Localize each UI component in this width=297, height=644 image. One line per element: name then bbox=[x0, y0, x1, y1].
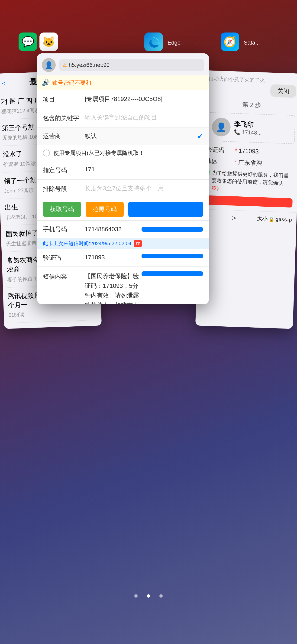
keyword-input[interactable]: 输入关键字过滤自己的项目 bbox=[85, 114, 157, 122]
contact-name: 李飞印 bbox=[234, 120, 262, 130]
carrier-label: 运营商 bbox=[43, 132, 85, 140]
app-icons-row: 💬 🐱 Edge 🧭 Safa... bbox=[0, 32, 297, 51]
safari-browser-card: 自动火面小及了火的了火 关闭 第 2 步 👤 李飞印 📞 17148... bbox=[195, 70, 297, 329]
hint-text: 此卡上次来短信时间:2024/9/5 22:02:04 bbox=[43, 240, 132, 247]
project-label: 项目 bbox=[43, 95, 85, 104]
warning-audio-icon: 🔊 bbox=[42, 79, 50, 86]
safari-region-value: 广东省深 bbox=[238, 158, 263, 168]
carrier-row: 运营商 默认 ✔ bbox=[37, 128, 209, 145]
safari-top-text: 自动火面小及了火的了火 bbox=[208, 75, 274, 84]
contact-info: 李飞印 📞 17148... bbox=[234, 120, 262, 136]
radio-circle[interactable] bbox=[43, 150, 50, 156]
url-warning-icon: ⚠ bbox=[63, 62, 67, 68]
safari-bottom-bar: ＜ ＞ 大小 🔒 gass-p bbox=[199, 209, 297, 228]
policy-link[interactable]: 策》 bbox=[211, 185, 222, 192]
assigned-num-label: 指定号码 bbox=[43, 166, 85, 174]
exclude-row: 排除号段 长度为3至7位且支持多个，用 bbox=[37, 180, 209, 198]
contact-phone-number: 17148... bbox=[242, 129, 262, 136]
blacklist-button[interactable]: 拉黑号码 bbox=[86, 202, 124, 217]
safari-region-row: 地区 * 广东省深 bbox=[206, 157, 294, 168]
browser-url-bar[interactable]: ⚠ h5.yezi66.net:90 bbox=[59, 59, 204, 71]
verif-code-label: 验证码 bbox=[43, 254, 85, 262]
safari-app-group: 🧭 Safa... bbox=[221, 32, 260, 51]
phone-label: 手机号码 bbox=[43, 225, 85, 233]
step-indicator: 第 2 步 bbox=[208, 99, 296, 110]
verif-submit-button[interactable] bbox=[142, 254, 203, 258]
sms-content-row: 短信内容 【国民养老保险】验证码：171093，5分钟内有效，请勿泄露给其他人，… bbox=[37, 267, 209, 304]
keyword-label: 包含的关键字 bbox=[43, 114, 85, 122]
action-button-row: 获取号码 拉黑号码 bbox=[37, 198, 209, 220]
back-arrow-icon[interactable]: ＜ bbox=[0, 79, 7, 88]
url-text: h5.yezi66.net:90 bbox=[69, 62, 109, 68]
policy-text-main: 为了给您提供更好的服务，我们需要收集您的使用痕迹，请您确认 bbox=[212, 170, 289, 186]
page-dot-1 bbox=[134, 594, 138, 598]
safari-region-label: 地区 bbox=[206, 157, 234, 166]
edge-icon[interactable] bbox=[144, 32, 163, 51]
contact-phone: 📞 17148... bbox=[234, 128, 262, 136]
get-code-button[interactable]: 获取号码 bbox=[43, 202, 81, 217]
safari-close-button[interactable]: 关闭 bbox=[270, 84, 297, 98]
hint-tag: 虚 bbox=[134, 240, 142, 247]
radio-label: 使用专属项目(从已对接专属随机取！ bbox=[53, 149, 144, 157]
safari-verif-value: 171093 bbox=[239, 147, 259, 155]
sms-value: 【国民养老保险】验证码：171093，5分钟内有效，请勿泄露给其他人，如非本人操 bbox=[85, 272, 142, 304]
safari-header: 自动火面小及了火的了火 关闭 bbox=[204, 70, 297, 90]
phone-row: 手机号码 17148864032 bbox=[37, 220, 209, 238]
radio-row[interactable]: 使用专属项目(从已对接专属随机取！ bbox=[37, 145, 209, 161]
page-dot-2 bbox=[147, 594, 150, 598]
sms-button[interactable] bbox=[142, 272, 203, 276]
browser-form-section: 🔊 账号密码不要和 项目 [专属项目781922----0JC5O8] 包含的关… bbox=[37, 76, 209, 304]
safari-region-required: * bbox=[235, 159, 237, 166]
edge-browser-card: 👤 ⚠ h5.yezi66.net:90 🔊 账号密码不要和 项目 [专属项目7… bbox=[37, 54, 209, 304]
safari-icon[interactable]: 🧭 bbox=[221, 32, 239, 51]
exclude-label: 排除号段 bbox=[43, 184, 85, 193]
phone-submit-button[interactable] bbox=[142, 227, 203, 232]
safari-app-label: Safa... bbox=[244, 40, 260, 46]
safari-policy-row: ✓ 为了给您提供更好的服务，我们需要收集您的使用痕迹，请您确认 策》 bbox=[205, 169, 294, 195]
safari-verif-label: 验证码 bbox=[206, 146, 234, 154]
safari-verif-required: * bbox=[235, 147, 238, 154]
safari-forward-arrow[interactable]: ＞ bbox=[230, 213, 238, 223]
phone-value: 17148864032 bbox=[85, 226, 142, 233]
phone-hint-bar: 此卡上次来短信时间:2024/9/5 22:02:04 虚 bbox=[37, 238, 209, 249]
browser-avatar: 👤 bbox=[42, 58, 56, 72]
safari-content: 第 2 步 👤 李飞印 📞 17148... 验证码 * 171093 bbox=[199, 95, 297, 212]
left-app-icons: 💬 🐱 bbox=[18, 32, 58, 51]
safari-domain-text: 大小 bbox=[257, 215, 267, 223]
edge-app-group: Edge bbox=[144, 32, 181, 51]
contact-avatar: 👤 bbox=[212, 118, 231, 137]
warning-bar: 🔊 账号密码不要和 bbox=[37, 76, 209, 90]
policy-text: 为了给您提供更好的服务，我们需要收集您的使用痕迹，请您确认 策》 bbox=[211, 169, 294, 195]
verif-code-row: 验证码 171093 bbox=[37, 249, 209, 267]
safari-verif-row: 验证码 * 171093 bbox=[206, 146, 295, 157]
verif-code-value: 171093 bbox=[85, 254, 142, 261]
project-row: 项目 [专属项目781922----0JC5O8] bbox=[37, 90, 209, 109]
exclude-input[interactable]: 长度为3至7位且支持多个，用 bbox=[85, 184, 164, 192]
carrier-value: 默认 bbox=[85, 132, 197, 140]
sms-label: 短信内容 bbox=[43, 272, 85, 281]
wechat-icon[interactable]: 💬 bbox=[18, 32, 37, 51]
feed-item-meta: 61阅读 bbox=[8, 309, 97, 319]
safari-domain-group: 大小 🔒 gass-p bbox=[257, 215, 292, 223]
warning-text: 账号密码不要和 bbox=[52, 79, 91, 86]
page-dot-3 bbox=[159, 594, 163, 598]
assigned-num-row: 指定号码 171 bbox=[37, 161, 209, 180]
safari-submit-button[interactable] bbox=[204, 195, 293, 208]
custom-app-icon[interactable]: 🐱 bbox=[39, 32, 58, 51]
contact-card: 👤 李飞印 📞 17148... bbox=[207, 112, 296, 144]
page-dots bbox=[134, 594, 163, 598]
edge-app-label: Edge bbox=[168, 40, 181, 46]
browser-header: 👤 ⚠ h5.yezi66.net:90 bbox=[37, 54, 209, 76]
extra-button[interactable] bbox=[128, 202, 203, 217]
project-value: [专属项目781922----0JC5O8] bbox=[85, 95, 203, 103]
safari-lock-domain: gass-p bbox=[276, 216, 292, 223]
assigned-num-value: 171 bbox=[85, 166, 203, 173]
keyword-row: 包含的关键字 输入关键字过滤自己的项目 bbox=[37, 109, 209, 128]
lock-icon: 🔒 bbox=[269, 216, 275, 222]
checkmark-icon: ✔ bbox=[197, 132, 203, 140]
